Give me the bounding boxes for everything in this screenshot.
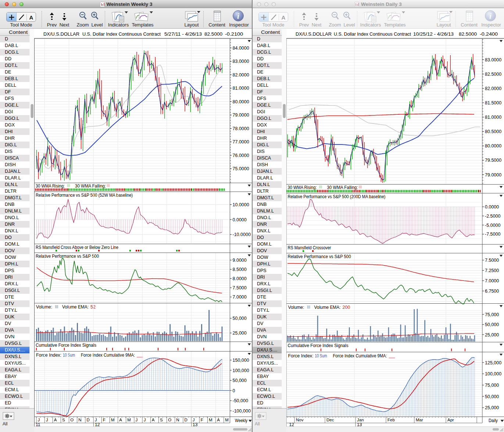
svg-text:DISCA: DISCA — [5, 156, 19, 161]
svg-text:10/25/12 - 4/26/13: 10/25/12 - 4/26/13 — [413, 31, 454, 37]
svg-text:DPH.L: DPH.L — [5, 261, 18, 267]
svg-text:0.0000: 0.0000 — [233, 217, 247, 222]
svg-text:82.0000: 82.0000 — [233, 72, 249, 78]
svg-text:DGI: DGI — [257, 109, 265, 114]
svg-text:DTE: DTE — [5, 294, 14, 300]
svg-text:DNO.L: DNO.L — [5, 215, 19, 220]
svg-text:S: S — [160, 418, 163, 422]
svg-text:10.0000: 10.0000 — [233, 202, 249, 207]
svg-text:DPS: DPS — [5, 268, 14, 273]
svg-text:EBAY: EBAY — [257, 374, 269, 379]
svg-text:30 WMA Falling:: 30 WMA Falling: — [75, 183, 106, 189]
svg-text:Relative Performance vs S&P 50: Relative Performance vs S&P 500 (200D MA… — [288, 194, 386, 199]
svg-text:DIS: DIS — [5, 149, 12, 154]
svg-text:78.0000: 78.0000 — [233, 126, 249, 131]
svg-text:ECL: ECL — [257, 381, 266, 386]
svg-text:DGE.L: DGE.L — [5, 103, 19, 108]
svg-text:DVN: DVN — [5, 334, 14, 339]
svg-text:11: 11 — [36, 422, 40, 427]
svg-text:DRX.L: DRX.L — [5, 281, 18, 286]
svg-text:Apr: Apr — [447, 418, 454, 422]
svg-text:DISH: DISH — [5, 162, 16, 167]
svg-text:D: D — [185, 418, 187, 422]
svg-text:Dec: Dec — [326, 418, 334, 422]
svg-text:N: N — [176, 418, 179, 422]
svg-text:DGE.L: DGE.L — [257, 103, 271, 108]
svg-text:DCG.L: DCG.L — [5, 50, 19, 55]
svg-text:DLTR: DLTR — [5, 189, 17, 194]
svg-text:DOW: DOW — [5, 255, 16, 260]
svg-text:DNLM.L: DNLM.L — [5, 208, 22, 214]
svg-text:DLAR.L: DLAR.L — [257, 175, 273, 181]
svg-text:79.0000: 79.0000 — [485, 172, 501, 178]
svg-text:Mar: Mar — [416, 418, 423, 422]
svg-text:ECM.L: ECM.L — [5, 387, 19, 392]
svg-text:DNLM.L: DNLM.L — [257, 208, 274, 214]
svg-text:25,000: 25,000 — [485, 332, 499, 338]
svg-text:52: 52 — [90, 304, 96, 310]
svg-text:0.0000: 0.0000 — [485, 204, 499, 210]
svg-text:DRX.L: DRX.L — [257, 281, 271, 286]
svg-text:DOM.L: DOM.L — [257, 242, 272, 247]
svg-text:J: J — [95, 418, 97, 422]
svg-text:DRI: DRI — [257, 275, 265, 280]
svg-text:DNX.L: DNX.L — [5, 228, 18, 233]
svg-text:25,000: 25,000 — [233, 331, 247, 336]
svg-text:-5.0000: -5.0000 — [485, 223, 500, 228]
svg-text:30 WMA Rising:: 30 WMA Rising: — [36, 183, 65, 189]
svg-text:DVA: DVA — [257, 328, 266, 333]
svg-text:30 WMA Falling:: 30 WMA Falling: — [327, 185, 358, 190]
svg-text:DSGI.L: DSGI.L — [5, 288, 20, 293]
svg-text:M: M — [209, 418, 212, 422]
svg-text:DDT.L: DDT.L — [5, 63, 18, 68]
svg-text:83.0000: 83.0000 — [233, 59, 249, 64]
svg-text:DGI: DGI — [5, 109, 13, 114]
svg-text:Weekly: Weekly — [235, 418, 248, 423]
svg-text:Cumulative Force Index Signals: Cumulative Force Index Signals — [288, 343, 348, 348]
svg-text:DHI: DHI — [5, 129, 13, 134]
svg-text:J: J — [46, 418, 48, 422]
svg-text:79.0000: 79.0000 — [233, 113, 249, 118]
svg-text:D: D — [5, 36, 8, 42]
svg-text:S: S — [62, 418, 65, 422]
svg-text:DF: DF — [5, 89, 11, 94]
svg-text:RS Mansfield Cross Above or Be: RS Mansfield Cross Above or Below Zero L… — [36, 245, 118, 250]
svg-text:O: O — [168, 418, 171, 422]
svg-text:DGO.L: DGO.L — [5, 116, 19, 121]
svg-text:8.0000: 8.0000 — [233, 276, 247, 281]
svg-text:DEB.L: DEB.L — [257, 76, 270, 81]
svg-text:100,000: 100,000 — [233, 368, 249, 373]
svg-text:M: M — [225, 418, 229, 422]
svg-text:DPS: DPS — [257, 268, 267, 273]
svg-text:12: 12 — [95, 422, 100, 427]
svg-text:F: F — [103, 418, 106, 422]
svg-text:DTV: DTV — [257, 301, 267, 306]
svg-text:DUK: DUK — [257, 314, 267, 319]
svg-text:DELL: DELL — [5, 83, 16, 88]
svg-text:Jan: Jan — [357, 418, 364, 422]
svg-text:DX/U.S.DOLLAR: DX/U.S.DOLLAR — [43, 31, 79, 37]
svg-text:ECWO.L: ECWO.L — [257, 394, 275, 399]
svg-text:DHI: DHI — [257, 129, 265, 134]
svg-text:All: All — [255, 421, 260, 426]
svg-text:84.0000: 84.0000 — [233, 46, 249, 51]
svg-text:A: A — [152, 418, 155, 422]
svg-text:DJAN.L: DJAN.L — [5, 169, 21, 174]
svg-text:DLN.L: DLN.L — [257, 182, 270, 187]
svg-text:-10.0000: -10.0000 — [233, 232, 251, 237]
svg-text:DD: DD — [5, 56, 11, 61]
svg-text:DISCA: DISCA — [257, 156, 271, 161]
svg-text:DLAR.L: DLAR.L — [5, 175, 21, 181]
svg-text:DMGT.L: DMGT.L — [257, 195, 274, 200]
svg-text:J: J — [38, 418, 40, 422]
svg-text:Content: Content — [261, 30, 280, 35]
svg-text:DUK: DUK — [5, 314, 15, 319]
svg-text:DLN.L: DLN.L — [5, 182, 18, 187]
svg-text:Volume:: Volume: — [36, 304, 52, 310]
svg-text:Volume:: Volume: — [288, 305, 304, 310]
svg-text:9.0000: 9.0000 — [233, 258, 247, 263]
svg-text:DAB.L: DAB.L — [5, 43, 18, 48]
svg-text:All: All — [3, 421, 7, 426]
svg-text:-7.5000: -7.5000 — [485, 232, 500, 237]
svg-text:F: F — [201, 418, 203, 422]
